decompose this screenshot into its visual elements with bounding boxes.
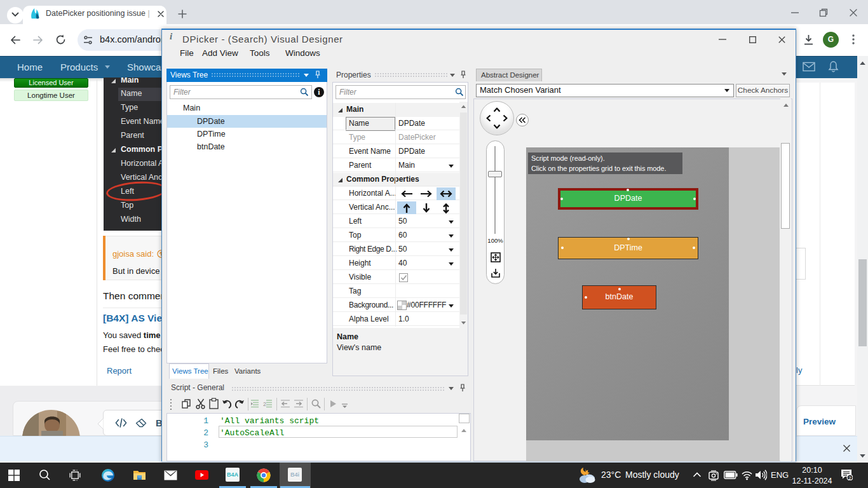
svg-text:2: 2 [263, 401, 266, 407]
svg-text:2: 2 [848, 475, 851, 480]
